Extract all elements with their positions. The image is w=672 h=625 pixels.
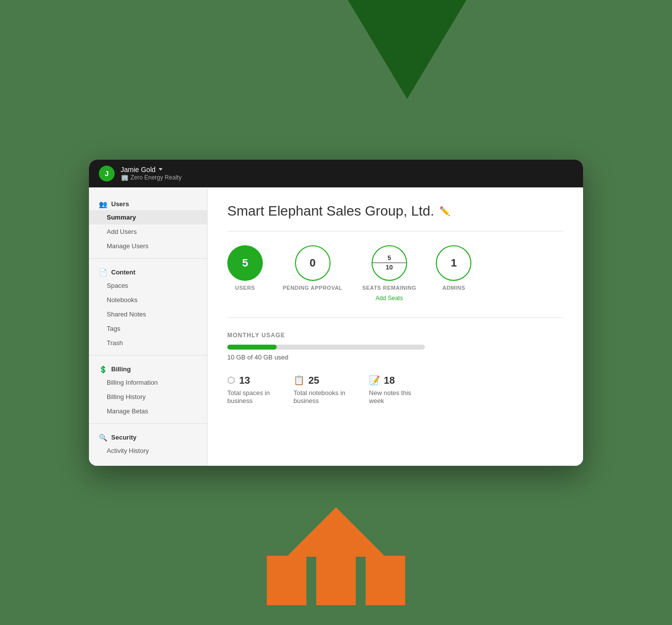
main-layout: 👥 Users Summary Add Users Manage Users 📄…: [89, 187, 583, 466]
usage-text: 10 GB of 40 GB used: [227, 354, 563, 361]
stat-pending-circle: 0: [295, 245, 331, 281]
bottom-stat-spaces: ⬡ 13 Total spaces inbusiness: [227, 375, 270, 406]
stat-users-value: 5: [242, 257, 248, 269]
sidebar-item-add-users[interactable]: Add Users: [89, 224, 207, 239]
spaces-icon: ⬡: [227, 375, 235, 386]
stat-pending-label: PENDING APPROVAL: [283, 285, 342, 291]
bg-arrow-orange: [267, 507, 405, 605]
user-dropdown-chevron[interactable]: [159, 168, 163, 171]
sidebar-item-tags[interactable]: Tags: [89, 321, 207, 336]
stat-users-circle: 5: [227, 245, 263, 281]
stat-seats-denominator: 10: [386, 263, 393, 271]
divider-3: [89, 423, 207, 424]
avatar: J: [99, 166, 115, 181]
user-name-row[interactable]: Jamie Gold: [121, 166, 181, 174]
sidebar-section-billing: 💲 Billing: [89, 360, 207, 375]
sidebar-item-trash[interactable]: Trash: [89, 336, 207, 350]
security-icon: 🔍: [99, 434, 107, 442]
stat-users: 5 USERS: [227, 245, 263, 291]
sidebar-billing-label: Billing: [111, 365, 131, 373]
notes-number: 18: [384, 375, 395, 386]
content-icon: 📄: [99, 268, 107, 276]
bottom-stats: ⬡ 13 Total spaces inbusiness 📋 25 Total …: [227, 375, 563, 406]
spaces-number: 13: [239, 375, 250, 386]
stat-admins-circle: 1: [436, 245, 471, 281]
divider-2: [89, 355, 207, 356]
sidebar-item-manage-users[interactable]: Manage Users: [89, 239, 207, 253]
bottom-stat-notes-header: 📝 18: [369, 375, 411, 386]
title-divider: [227, 231, 563, 231]
bottom-stat-notebooks: 📋 25 Total notebooks inbusiness: [294, 375, 345, 406]
stat-seats-numerator: 5: [373, 254, 406, 263]
main-content: Smart Elephant Sales Group, Ltd. ✏️ 5 US…: [208, 187, 583, 466]
stat-pending: 0 PENDING APPROVAL: [283, 245, 342, 291]
topbar: J Jamie Gold 🏢 Zero Energy Realty: [89, 160, 583, 187]
spaces-label: Total spaces inbusiness: [227, 389, 270, 406]
sidebar: 👥 Users Summary Add Users Manage Users 📄…: [89, 187, 208, 466]
progress-bar-container: [227, 345, 425, 350]
bg-arrow-green: [348, 0, 466, 99]
sidebar-users-label: Users: [111, 200, 129, 208]
notebooks-label: Total notebooks inbusiness: [294, 389, 345, 406]
users-icon: 👥: [99, 200, 107, 208]
bottom-stat-notes: 📝 18 New notes thisweek: [369, 375, 411, 406]
sidebar-item-activity-history[interactable]: Activity History: [89, 444, 207, 458]
user-name: Jamie Gold: [121, 166, 156, 174]
stats-divider: [227, 317, 563, 318]
stat-seats: 5 10 SEATS REMAINING Add Seats: [362, 245, 416, 302]
notes-label: New notes thisweek: [369, 389, 411, 406]
add-seats-button[interactable]: Add Seats: [376, 295, 403, 302]
bottom-stat-notebooks-header: 📋 25: [294, 375, 345, 386]
billing-icon: 💲: [99, 365, 107, 373]
bottom-stat-spaces-header: ⬡ 13: [227, 375, 270, 386]
org-name: Zero Energy Realty: [130, 174, 181, 181]
user-info: Jamie Gold 🏢 Zero Energy Realty: [121, 166, 181, 181]
notes-icon: 📝: [369, 375, 380, 386]
sidebar-item-spaces[interactable]: Spaces: [89, 278, 207, 293]
stat-admins-label: ADMINS: [442, 285, 465, 291]
page-title-row: Smart Elephant Sales Group, Ltd. ✏️: [227, 203, 563, 219]
sidebar-item-billing-information[interactable]: Billing Information: [89, 375, 207, 390]
stat-pending-value: 0: [309, 257, 315, 269]
sidebar-item-notebooks[interactable]: Notebooks: [89, 293, 207, 307]
stat-admins: 1 ADMINS: [436, 245, 471, 291]
sidebar-section-content: 📄 Content: [89, 264, 207, 278]
stat-admins-value: 1: [451, 257, 457, 269]
sidebar-section-users: 👥 Users: [89, 195, 207, 210]
divider-1: [89, 258, 207, 259]
sidebar-item-shared-notes[interactable]: Shared Notes: [89, 307, 207, 321]
building-icon: 🏢: [121, 174, 128, 181]
sidebar-section-security: 🔍 Security: [89, 429, 207, 444]
sidebar-item-manage-betas[interactable]: Manage Betas: [89, 404, 207, 418]
sidebar-item-billing-history[interactable]: Billing History: [89, 390, 207, 404]
stat-users-label: USERS: [235, 285, 255, 291]
edit-icon[interactable]: ✏️: [439, 206, 450, 217]
sidebar-item-summary[interactable]: Summary: [89, 210, 207, 224]
sidebar-security-label: Security: [111, 434, 136, 441]
page-title: Smart Elephant Sales Group, Ltd.: [227, 203, 434, 219]
stat-seats-label: SEATS REMAINING: [362, 285, 416, 291]
monitor-container: J Jamie Gold 🏢 Zero Energy Realty 👥 User…: [89, 160, 583, 466]
sidebar-content-label: Content: [111, 268, 135, 276]
notebooks-icon: 📋: [294, 375, 304, 386]
monthly-usage-title: MONTHLY USAGE: [227, 332, 563, 339]
notebooks-number: 25: [308, 375, 319, 386]
org-row: 🏢 Zero Energy Realty: [121, 174, 181, 181]
stat-seats-circle: 5 10: [372, 245, 407, 281]
progress-bar-fill: [227, 345, 277, 350]
stats-row: 5 USERS 0 PENDING APPROVAL 5 10: [227, 245, 563, 302]
